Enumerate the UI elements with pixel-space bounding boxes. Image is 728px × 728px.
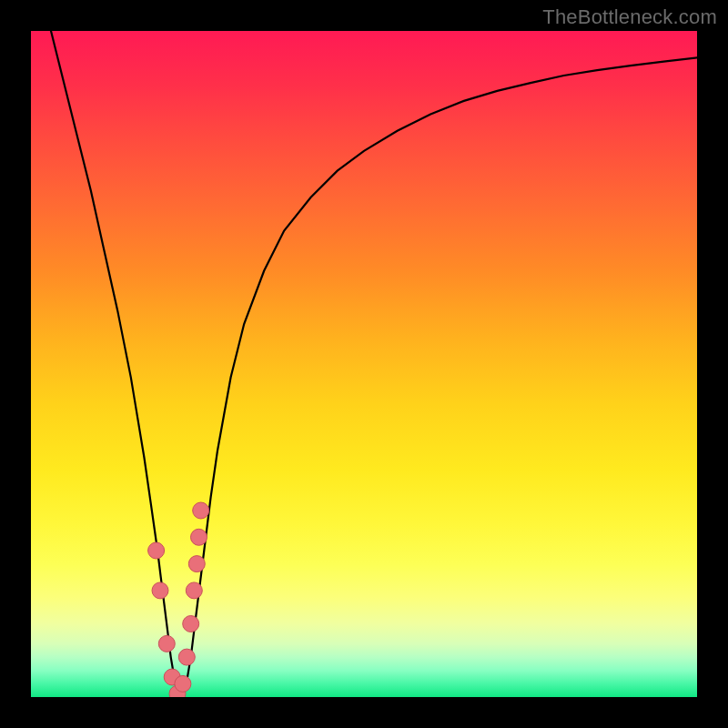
bottleneck-curve [51, 31, 697, 697]
marker-point [148, 542, 165, 559]
plot-area [31, 31, 697, 697]
marker-point [152, 582, 168, 599]
chart-frame: TheBottleneck.com [0, 0, 728, 728]
marker-point [193, 502, 209, 519]
marker-point [178, 649, 195, 665]
marker-group [148, 502, 209, 697]
marker-point [191, 529, 207, 545]
marker-point [188, 556, 205, 572]
watermark-text: TheBottleneck.com [542, 5, 717, 29]
marker-point [175, 675, 191, 692]
marker-point [158, 635, 175, 652]
marker-point [186, 582, 202, 599]
marker-point [183, 616, 199, 632]
chart-svg [31, 31, 697, 697]
